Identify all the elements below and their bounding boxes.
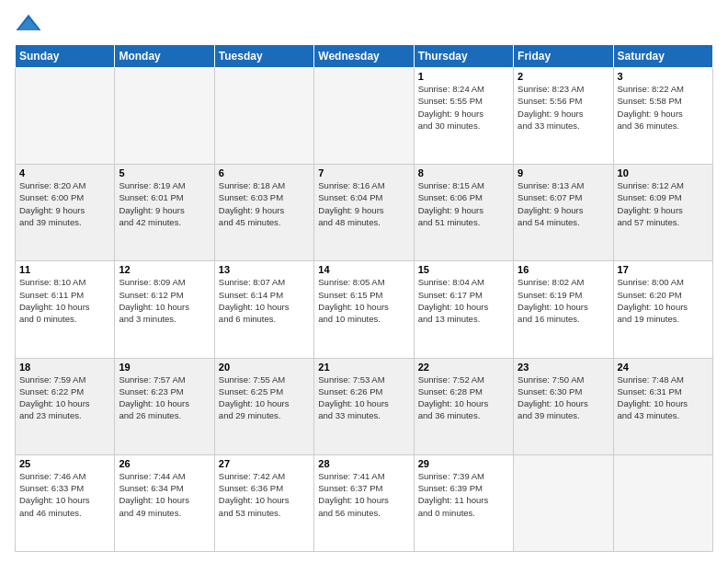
calendar-cell xyxy=(613,454,712,551)
day-number: 16 xyxy=(518,264,609,275)
col-tuesday: Tuesday xyxy=(214,45,313,68)
day-info: Sunrise: 7:59 AM Sunset: 6:22 PM Dayligh… xyxy=(19,373,110,422)
col-wednesday: Wednesday xyxy=(314,45,414,68)
day-number: 21 xyxy=(318,362,409,373)
calendar-cell xyxy=(314,68,414,165)
header-row: Sunday Monday Tuesday Wednesday Thursday… xyxy=(16,45,713,68)
calendar-cell: 11Sunrise: 8:10 AM Sunset: 6:11 PM Dayli… xyxy=(16,261,115,358)
calendar-cell: 5Sunrise: 8:19 AM Sunset: 6:01 PM Daylig… xyxy=(115,165,214,261)
day-info: Sunrise: 7:42 AM Sunset: 6:36 PM Dayligh… xyxy=(219,470,310,519)
day-info: Sunrise: 7:44 AM Sunset: 6:34 PM Dayligh… xyxy=(119,470,210,519)
day-info: Sunrise: 7:53 AM Sunset: 6:26 PM Dayligh… xyxy=(318,373,409,422)
calendar-cell: 17Sunrise: 8:00 AM Sunset: 6:20 PM Dayli… xyxy=(613,261,712,358)
calendar-cell: 6Sunrise: 8:18 AM Sunset: 6:03 PM Daylig… xyxy=(214,165,313,261)
calendar-cell: 1Sunrise: 8:24 AM Sunset: 5:55 PM Daylig… xyxy=(414,68,513,165)
day-info: Sunrise: 7:52 AM Sunset: 6:28 PM Dayligh… xyxy=(418,373,509,422)
logo-icon xyxy=(15,11,42,39)
calendar-cell xyxy=(214,68,313,165)
day-number: 26 xyxy=(119,458,210,469)
day-number: 11 xyxy=(19,264,110,275)
day-number: 28 xyxy=(318,458,409,469)
week-row-5: 25Sunrise: 7:46 AM Sunset: 6:33 PM Dayli… xyxy=(16,454,713,551)
page: Sunday Monday Tuesday Wednesday Thursday… xyxy=(0,0,728,563)
calendar-cell: 20Sunrise: 7:55 AM Sunset: 6:25 PM Dayli… xyxy=(214,358,313,454)
calendar-cell: 25Sunrise: 7:46 AM Sunset: 6:33 PM Dayli… xyxy=(16,454,115,551)
day-info: Sunrise: 7:41 AM Sunset: 6:37 PM Dayligh… xyxy=(318,470,409,519)
day-info: Sunrise: 8:02 AM Sunset: 6:19 PM Dayligh… xyxy=(518,276,609,325)
day-number: 5 xyxy=(119,167,210,178)
calendar-cell: 27Sunrise: 7:42 AM Sunset: 6:36 PM Dayli… xyxy=(214,454,313,551)
calendar-cell: 15Sunrise: 8:04 AM Sunset: 6:17 PM Dayli… xyxy=(414,261,513,358)
calendar-cell: 22Sunrise: 7:52 AM Sunset: 6:28 PM Dayli… xyxy=(414,358,513,454)
calendar-cell: 26Sunrise: 7:44 AM Sunset: 6:34 PM Dayli… xyxy=(115,454,214,551)
calendar-cell: 13Sunrise: 8:07 AM Sunset: 6:14 PM Dayli… xyxy=(214,261,313,358)
calendar-cell: 21Sunrise: 7:53 AM Sunset: 6:26 PM Dayli… xyxy=(314,358,414,454)
day-number: 10 xyxy=(618,167,709,178)
day-number: 23 xyxy=(518,362,609,373)
week-row-4: 18Sunrise: 7:59 AM Sunset: 6:22 PM Dayli… xyxy=(16,358,713,454)
day-number: 29 xyxy=(418,458,509,469)
calendar-cell: 29Sunrise: 7:39 AM Sunset: 6:39 PM Dayli… xyxy=(414,454,513,551)
day-info: Sunrise: 8:20 AM Sunset: 6:00 PM Dayligh… xyxy=(19,179,110,228)
day-number: 6 xyxy=(219,167,310,178)
calendar-cell: 10Sunrise: 8:12 AM Sunset: 6:09 PM Dayli… xyxy=(613,165,712,261)
day-info: Sunrise: 8:07 AM Sunset: 6:14 PM Dayligh… xyxy=(219,276,310,325)
day-number: 27 xyxy=(219,458,310,469)
day-number: 25 xyxy=(19,458,110,469)
day-info: Sunrise: 8:04 AM Sunset: 6:17 PM Dayligh… xyxy=(418,276,509,325)
week-row-1: 1Sunrise: 8:24 AM Sunset: 5:55 PM Daylig… xyxy=(16,68,713,165)
day-info: Sunrise: 8:00 AM Sunset: 6:20 PM Dayligh… xyxy=(618,276,709,325)
calendar-table: Sunday Monday Tuesday Wednesday Thursday… xyxy=(15,44,713,552)
day-number: 18 xyxy=(19,362,110,373)
day-info: Sunrise: 7:48 AM Sunset: 6:31 PM Dayligh… xyxy=(618,373,709,422)
logo xyxy=(15,11,46,39)
calendar: Sunday Monday Tuesday Wednesday Thursday… xyxy=(15,44,713,552)
day-number: 14 xyxy=(318,264,409,275)
day-info: Sunrise: 8:18 AM Sunset: 6:03 PM Dayligh… xyxy=(219,179,310,228)
col-monday: Monday xyxy=(115,45,214,68)
calendar-cell: 18Sunrise: 7:59 AM Sunset: 6:22 PM Dayli… xyxy=(16,358,115,454)
day-number: 12 xyxy=(119,264,210,275)
day-number: 20 xyxy=(219,362,310,373)
week-row-2: 4Sunrise: 8:20 AM Sunset: 6:00 PM Daylig… xyxy=(16,165,713,261)
calendar-cell: 28Sunrise: 7:41 AM Sunset: 6:37 PM Dayli… xyxy=(314,454,414,551)
calendar-cell: 12Sunrise: 8:09 AM Sunset: 6:12 PM Dayli… xyxy=(115,261,214,358)
week-row-3: 11Sunrise: 8:10 AM Sunset: 6:11 PM Dayli… xyxy=(16,261,713,358)
day-info: Sunrise: 8:23 AM Sunset: 5:56 PM Dayligh… xyxy=(518,83,609,132)
day-number: 1 xyxy=(418,71,509,82)
day-number: 8 xyxy=(418,167,509,178)
calendar-cell: 23Sunrise: 7:50 AM Sunset: 6:30 PM Dayli… xyxy=(514,358,613,454)
day-number: 22 xyxy=(418,362,509,373)
day-info: Sunrise: 8:19 AM Sunset: 6:01 PM Dayligh… xyxy=(119,179,210,228)
calendar-cell: 24Sunrise: 7:48 AM Sunset: 6:31 PM Dayli… xyxy=(613,358,712,454)
day-number: 9 xyxy=(518,167,609,178)
col-sunday: Sunday xyxy=(16,45,115,68)
day-info: Sunrise: 8:15 AM Sunset: 6:06 PM Dayligh… xyxy=(418,179,509,228)
day-number: 24 xyxy=(618,362,709,373)
calendar-cell: 14Sunrise: 8:05 AM Sunset: 6:15 PM Dayli… xyxy=(314,261,414,358)
day-number: 17 xyxy=(618,264,709,275)
day-info: Sunrise: 7:57 AM Sunset: 6:23 PM Dayligh… xyxy=(119,373,210,422)
day-info: Sunrise: 7:46 AM Sunset: 6:33 PM Dayligh… xyxy=(19,470,110,519)
calendar-cell: 19Sunrise: 7:57 AM Sunset: 6:23 PM Dayli… xyxy=(115,358,214,454)
calendar-cell: 8Sunrise: 8:15 AM Sunset: 6:06 PM Daylig… xyxy=(414,165,513,261)
day-info: Sunrise: 8:22 AM Sunset: 5:58 PM Dayligh… xyxy=(618,83,709,132)
day-info: Sunrise: 7:50 AM Sunset: 6:30 PM Dayligh… xyxy=(518,373,609,422)
day-info: Sunrise: 8:13 AM Sunset: 6:07 PM Dayligh… xyxy=(518,179,609,228)
day-number: 13 xyxy=(219,264,310,275)
day-info: Sunrise: 7:55 AM Sunset: 6:25 PM Dayligh… xyxy=(219,373,310,422)
day-info: Sunrise: 8:05 AM Sunset: 6:15 PM Dayligh… xyxy=(318,276,409,325)
header xyxy=(15,11,713,39)
day-number: 19 xyxy=(119,362,210,373)
calendar-cell xyxy=(514,454,613,551)
calendar-cell: 2Sunrise: 8:23 AM Sunset: 5:56 PM Daylig… xyxy=(514,68,613,165)
day-info: Sunrise: 7:39 AM Sunset: 6:39 PM Dayligh… xyxy=(418,470,509,519)
calendar-cell xyxy=(16,68,115,165)
calendar-cell: 4Sunrise: 8:20 AM Sunset: 6:00 PM Daylig… xyxy=(16,165,115,261)
day-info: Sunrise: 8:09 AM Sunset: 6:12 PM Dayligh… xyxy=(119,276,210,325)
day-info: Sunrise: 8:12 AM Sunset: 6:09 PM Dayligh… xyxy=(618,179,709,228)
col-thursday: Thursday xyxy=(414,45,513,68)
calendar-cell: 7Sunrise: 8:16 AM Sunset: 6:04 PM Daylig… xyxy=(314,165,414,261)
day-number: 15 xyxy=(418,264,509,275)
calendar-cell: 16Sunrise: 8:02 AM Sunset: 6:19 PM Dayli… xyxy=(514,261,613,358)
